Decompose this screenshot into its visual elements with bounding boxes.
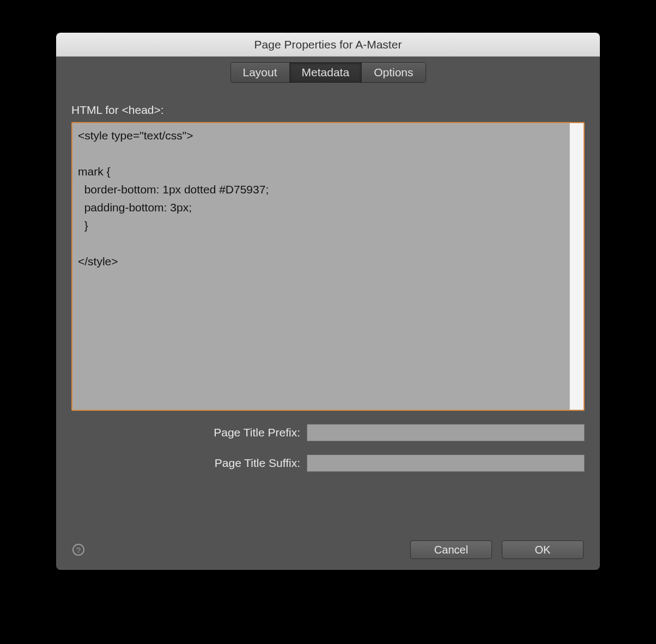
- tab-metadata[interactable]: Metadata: [290, 63, 362, 82]
- page-title-prefix-input[interactable]: [307, 424, 585, 441]
- page-title-suffix-label: Page Title Suffix:: [71, 457, 300, 470]
- help-icon[interactable]: ?: [72, 544, 84, 556]
- page-title-prefix-row: Page Title Prefix:: [71, 424, 585, 441]
- dialog-content: HTML for <head>: Page Title Prefix: Page…: [56, 88, 600, 570]
- window-title: Page Properties for A-Master: [254, 38, 402, 51]
- textarea-scrollbar[interactable]: [569, 123, 584, 410]
- tab-options[interactable]: Options: [362, 63, 425, 82]
- tab-layout[interactable]: Layout: [231, 63, 290, 82]
- dialog-window: Page Properties for A-Master Layout Meta…: [56, 33, 600, 570]
- titlebar: Page Properties for A-Master: [56, 33, 600, 57]
- dialog-footer: ? Cancel OK: [56, 530, 600, 570]
- ok-button[interactable]: OK: [502, 540, 584, 559]
- page-title-suffix-row: Page Title Suffix:: [71, 454, 585, 472]
- tab-group: Layout Metadata Options: [230, 62, 426, 83]
- cancel-button[interactable]: Cancel: [410, 540, 492, 559]
- page-title-suffix-input[interactable]: [307, 454, 585, 472]
- head-html-label: HTML for <head>:: [71, 104, 585, 117]
- head-html-field-wrapper: [71, 122, 585, 411]
- head-html-textarea[interactable]: [78, 126, 567, 406]
- page-title-prefix-label: Page Title Prefix:: [71, 426, 300, 439]
- tab-bar: Layout Metadata Options: [56, 57, 600, 88]
